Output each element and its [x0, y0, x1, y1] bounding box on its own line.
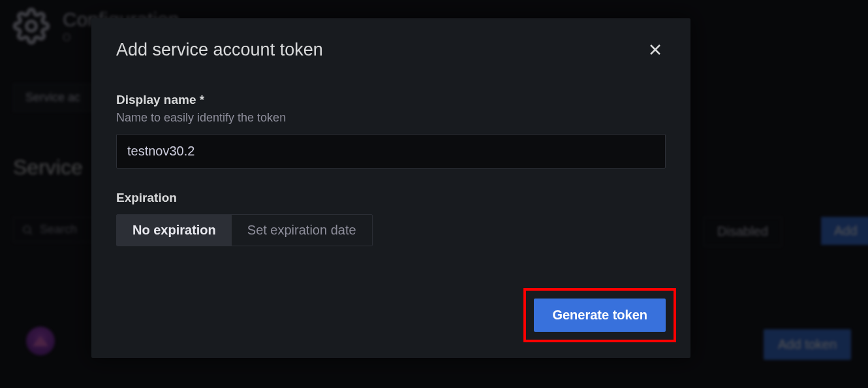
- display-name-help: Name to easily identify the token: [116, 111, 666, 125]
- display-name-label: Display name *: [116, 93, 666, 107]
- close-button[interactable]: [645, 39, 666, 60]
- modal-title: Add service account token: [116, 40, 323, 60]
- add-token-modal: Add service account token Display name *…: [91, 18, 690, 358]
- expiration-label: Expiration: [116, 191, 666, 205]
- display-name-input[interactable]: [116, 134, 666, 169]
- expiration-option-none[interactable]: No expiration: [117, 215, 232, 246]
- close-icon: [647, 42, 663, 57]
- expiration-option-set-date[interactable]: Set expiration date: [232, 215, 372, 246]
- expiration-radio-group: No expiration Set expiration date: [116, 214, 373, 246]
- generate-token-button[interactable]: Generate token: [534, 299, 666, 332]
